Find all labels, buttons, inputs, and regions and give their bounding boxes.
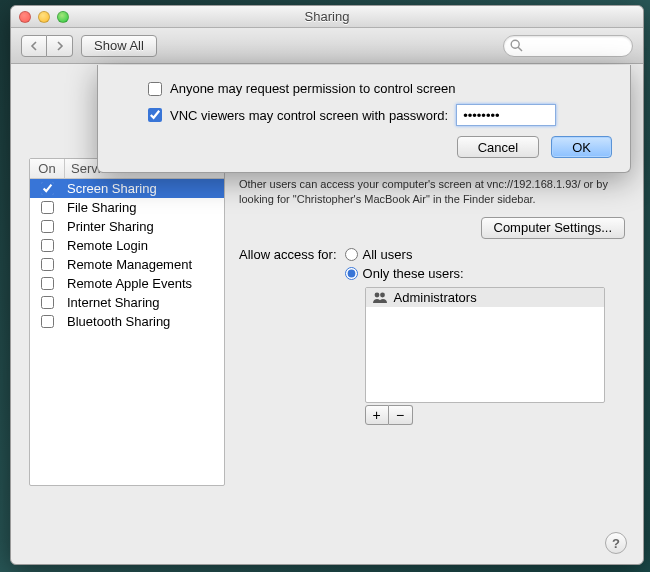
svg-line-1	[518, 47, 522, 51]
service-row[interactable]: Internet Sharing	[30, 293, 224, 312]
service-checkbox[interactable]	[41, 277, 54, 290]
service-label: File Sharing	[65, 200, 136, 215]
access-radios: All users Only these users: Administrato…	[345, 247, 605, 425]
service-checkbox[interactable]	[41, 182, 54, 195]
add-user-button[interactable]: +	[365, 405, 389, 425]
anyone-row: Anyone may request permission to control…	[116, 81, 612, 96]
service-row[interactable]: Printer Sharing	[30, 217, 224, 236]
main-row: On Service Screen SharingFile SharingPri…	[29, 158, 625, 486]
service-checkbox[interactable]	[41, 220, 54, 233]
service-row[interactable]: Remote Management	[30, 255, 224, 274]
vnc-label: VNC viewers may control screen with pass…	[170, 108, 448, 123]
service-checkbox[interactable]	[41, 201, 54, 214]
radio-only-these-input[interactable]	[345, 267, 358, 280]
access-label: Allow access for:	[239, 247, 337, 425]
titlebar: Sharing	[11, 6, 643, 28]
ok-button[interactable]: OK	[551, 136, 612, 158]
svg-point-3	[380, 292, 385, 297]
remove-user-button[interactable]: −	[389, 405, 413, 425]
service-checkbox[interactable]	[41, 258, 54, 271]
service-checkbox[interactable]	[41, 296, 54, 309]
search-icon	[510, 39, 523, 52]
forward-button[interactable]	[47, 35, 73, 57]
window-controls	[19, 11, 69, 23]
radio-only-these[interactable]: Only these users:	[345, 266, 605, 281]
search-wrap	[503, 35, 633, 57]
service-row[interactable]: Remote Login	[30, 236, 224, 255]
help-button[interactable]: ?	[605, 532, 627, 554]
user-add-remove: + −	[365, 405, 605, 425]
window-title: Sharing	[305, 9, 350, 24]
service-checkbox[interactable]	[41, 315, 54, 328]
sharing-window: Sharing Show All Computer Edit... On Se	[10, 5, 644, 565]
cancel-button[interactable]: Cancel	[457, 136, 539, 158]
chevron-right-icon	[56, 41, 64, 51]
access-row: Allow access for: All users Only these u…	[239, 247, 625, 425]
service-label: Remote Login	[65, 238, 148, 253]
anyone-label: Anyone may request permission to control…	[170, 81, 455, 96]
group-icon	[372, 291, 388, 304]
chevron-left-icon	[30, 41, 38, 51]
service-label: Remote Management	[65, 257, 192, 272]
service-row[interactable]: Screen Sharing	[30, 179, 224, 198]
user-list[interactable]: Administrators	[365, 287, 605, 403]
show-all-button[interactable]: Show All	[81, 35, 157, 57]
radio-all-users-input[interactable]	[345, 248, 358, 261]
detail-pane: Screen Sharing: On Other users can acces…	[239, 158, 625, 486]
service-label: Internet Sharing	[65, 295, 160, 310]
service-row[interactable]: Remote Apple Events	[30, 274, 224, 293]
status-description: Other users can access your computer's s…	[239, 177, 625, 207]
vnc-row: VNC viewers may control screen with pass…	[116, 104, 612, 126]
nav-buttons	[21, 35, 73, 57]
computer-settings-button[interactable]: Computer Settings...	[481, 217, 626, 239]
user-row[interactable]: Administrators	[366, 288, 604, 307]
vnc-password-field[interactable]	[456, 104, 556, 126]
service-label: Printer Sharing	[65, 219, 154, 234]
sheet-buttons: Cancel OK	[116, 136, 612, 158]
service-label: Remote Apple Events	[65, 276, 192, 291]
service-row[interactable]: Bluetooth Sharing	[30, 312, 224, 331]
service-row[interactable]: File Sharing	[30, 198, 224, 217]
toolbar: Show All	[11, 28, 643, 64]
vnc-checkbox[interactable]	[148, 108, 162, 122]
computer-settings-sheet: Anyone may request permission to control…	[97, 65, 631, 173]
service-checkbox[interactable]	[41, 239, 54, 252]
service-rows: Screen SharingFile SharingPrinter Sharin…	[30, 179, 224, 331]
user-label: Administrators	[394, 290, 477, 305]
back-button[interactable]	[21, 35, 47, 57]
radio-all-users[interactable]: All users	[345, 247, 605, 262]
minimize-icon[interactable]	[38, 11, 50, 23]
header-on: On	[30, 159, 65, 178]
svg-point-2	[374, 292, 379, 297]
close-icon[interactable]	[19, 11, 31, 23]
anyone-checkbox[interactable]	[148, 82, 162, 96]
zoom-icon[interactable]	[57, 11, 69, 23]
service-label: Screen Sharing	[65, 181, 157, 196]
svg-point-0	[511, 40, 519, 48]
service-label: Bluetooth Sharing	[65, 314, 170, 329]
service-list: On Service Screen SharingFile SharingPri…	[29, 158, 225, 486]
